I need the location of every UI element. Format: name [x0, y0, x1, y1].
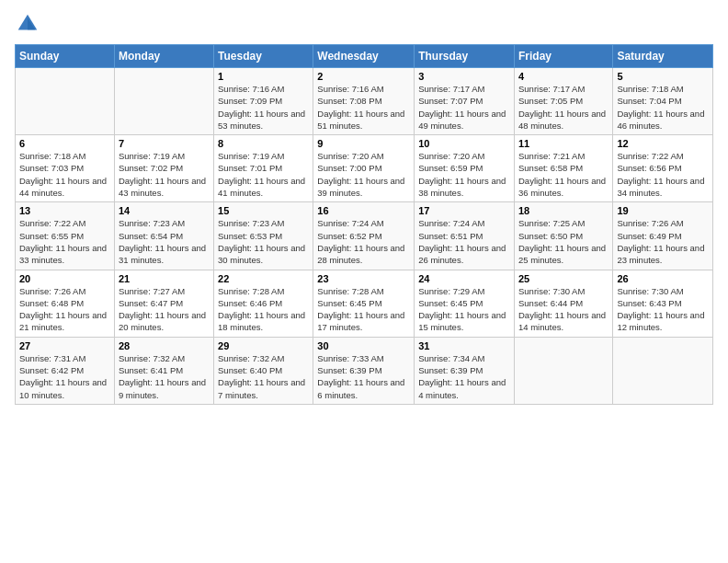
calendar-day-cell: 28Sunrise: 7:32 AMSunset: 6:41 PMDayligh…	[114, 337, 213, 404]
day-number: 16	[317, 205, 410, 216]
day-number: 22	[218, 273, 309, 284]
calendar-day-cell: 7Sunrise: 7:19 AMSunset: 7:02 PMDaylight…	[114, 135, 213, 202]
calendar-day-cell	[514, 337, 612, 404]
day-info: Sunrise: 7:30 AMSunset: 6:43 PMDaylight:…	[617, 285, 709, 334]
day-info: Sunrise: 7:24 AMSunset: 6:52 PMDaylight:…	[317, 217, 410, 266]
calendar-day-cell	[613, 337, 713, 404]
day-number: 27	[19, 340, 110, 351]
calendar-day-cell: 21Sunrise: 7:27 AMSunset: 6:47 PMDayligh…	[114, 270, 213, 337]
calendar-day-cell: 13Sunrise: 7:22 AMSunset: 6:55 PMDayligh…	[16, 202, 115, 270]
calendar-day-cell: 16Sunrise: 7:24 AMSunset: 6:52 PMDayligh…	[313, 202, 415, 270]
day-number: 21	[119, 273, 210, 284]
day-info: Sunrise: 7:23 AMSunset: 6:54 PMDaylight:…	[119, 217, 210, 266]
day-number: 5	[617, 71, 709, 82]
calendar-day-cell: 25Sunrise: 7:30 AMSunset: 6:44 PMDayligh…	[514, 270, 612, 337]
calendar-day-cell: 20Sunrise: 7:26 AMSunset: 6:48 PMDayligh…	[16, 270, 115, 337]
day-number: 4	[518, 71, 609, 82]
calendar-day-cell: 29Sunrise: 7:32 AMSunset: 6:40 PMDayligh…	[214, 337, 313, 404]
day-info: Sunrise: 7:32 AMSunset: 6:41 PMDaylight:…	[119, 352, 210, 401]
day-info: Sunrise: 7:17 AMSunset: 7:07 PMDaylight:…	[418, 83, 510, 132]
day-number: 12	[617, 138, 709, 149]
calendar-day-cell: 6Sunrise: 7:18 AMSunset: 7:03 PMDaylight…	[16, 135, 115, 202]
day-number: 7	[119, 138, 210, 149]
day-number: 29	[218, 340, 309, 351]
calendar-day-cell: 27Sunrise: 7:31 AMSunset: 6:42 PMDayligh…	[16, 337, 115, 404]
calendar-day-cell: 12Sunrise: 7:22 AMSunset: 6:56 PMDayligh…	[613, 135, 713, 202]
day-info: Sunrise: 7:23 AMSunset: 6:53 PMDaylight:…	[218, 217, 309, 266]
day-info: Sunrise: 7:21 AMSunset: 6:58 PMDaylight:…	[518, 150, 609, 199]
day-number: 14	[119, 205, 210, 216]
day-number: 24	[418, 273, 510, 284]
day-info: Sunrise: 7:29 AMSunset: 6:45 PMDaylight:…	[418, 285, 510, 334]
day-number: 25	[518, 273, 609, 284]
day-info: Sunrise: 7:26 AMSunset: 6:48 PMDaylight:…	[19, 285, 110, 334]
day-number: 15	[218, 205, 309, 216]
calendar-week-row: 6Sunrise: 7:18 AMSunset: 7:03 PMDaylight…	[16, 135, 713, 202]
calendar-day-cell: 22Sunrise: 7:28 AMSunset: 6:46 PMDayligh…	[214, 270, 313, 337]
calendar-day-cell: 30Sunrise: 7:33 AMSunset: 6:39 PMDayligh…	[313, 337, 415, 404]
calendar-day-cell: 9Sunrise: 7:20 AMSunset: 7:00 PMDaylight…	[313, 135, 415, 202]
calendar-week-row: 13Sunrise: 7:22 AMSunset: 6:55 PMDayligh…	[16, 202, 713, 270]
calendar-day-cell: 18Sunrise: 7:25 AMSunset: 6:50 PMDayligh…	[514, 202, 612, 270]
day-info: Sunrise: 7:19 AMSunset: 7:02 PMDaylight:…	[119, 150, 210, 199]
day-info: Sunrise: 7:16 AMSunset: 7:08 PMDaylight:…	[317, 83, 410, 132]
day-info: Sunrise: 7:30 AMSunset: 6:44 PMDaylight:…	[518, 285, 609, 334]
weekday-header: Friday	[514, 45, 612, 68]
calendar-day-cell: 11Sunrise: 7:21 AMSunset: 6:58 PMDayligh…	[514, 135, 612, 202]
calendar-day-cell: 14Sunrise: 7:23 AMSunset: 6:54 PMDayligh…	[114, 202, 213, 270]
calendar-day-cell: 31Sunrise: 7:34 AMSunset: 6:39 PMDayligh…	[415, 337, 515, 404]
day-number: 6	[19, 138, 110, 149]
day-number: 23	[317, 273, 410, 284]
day-number: 17	[418, 205, 510, 216]
day-number: 18	[518, 205, 609, 216]
day-info: Sunrise: 7:27 AMSunset: 6:47 PMDaylight:…	[119, 285, 210, 334]
day-number: 11	[518, 138, 609, 149]
calendar-day-cell: 10Sunrise: 7:20 AMSunset: 6:59 PMDayligh…	[415, 135, 515, 202]
day-info: Sunrise: 7:28 AMSunset: 6:46 PMDaylight:…	[218, 285, 309, 334]
day-number: 10	[418, 138, 510, 149]
day-info: Sunrise: 7:32 AMSunset: 6:40 PMDaylight:…	[218, 352, 309, 401]
page: SundayMondayTuesdayWednesdayThursdayFrid…	[0, 0, 728, 563]
day-info: Sunrise: 7:33 AMSunset: 6:39 PMDaylight:…	[317, 352, 410, 401]
calendar-day-cell: 15Sunrise: 7:23 AMSunset: 6:53 PMDayligh…	[214, 202, 313, 270]
day-info: Sunrise: 7:24 AMSunset: 6:51 PMDaylight:…	[418, 217, 510, 266]
day-info: Sunrise: 7:25 AMSunset: 6:50 PMDaylight:…	[518, 217, 609, 266]
weekday-header: Thursday	[415, 45, 515, 68]
day-number: 28	[119, 340, 210, 351]
weekday-header: Wednesday	[313, 45, 415, 68]
weekday-header: Sunday	[16, 45, 115, 68]
day-number: 26	[617, 273, 709, 284]
header	[15, 11, 713, 37]
calendar-day-cell: 1Sunrise: 7:16 AMSunset: 7:09 PMDaylight…	[214, 68, 313, 135]
day-info: Sunrise: 7:20 AMSunset: 6:59 PMDaylight:…	[418, 150, 510, 199]
calendar-week-row: 27Sunrise: 7:31 AMSunset: 6:42 PMDayligh…	[16, 337, 713, 404]
day-info: Sunrise: 7:18 AMSunset: 7:04 PMDaylight:…	[617, 83, 709, 132]
day-number: 3	[418, 71, 510, 82]
calendar-header-row: SundayMondayTuesdayWednesdayThursdayFrid…	[16, 45, 713, 68]
calendar-day-cell	[16, 68, 115, 135]
day-info: Sunrise: 7:22 AMSunset: 6:56 PMDaylight:…	[617, 150, 709, 199]
calendar-day-cell	[114, 68, 213, 135]
logo	[15, 11, 44, 37]
day-info: Sunrise: 7:17 AMSunset: 7:05 PMDaylight:…	[518, 83, 609, 132]
day-info: Sunrise: 7:26 AMSunset: 6:49 PMDaylight:…	[617, 217, 709, 266]
day-number: 9	[317, 138, 410, 149]
day-info: Sunrise: 7:31 AMSunset: 6:42 PMDaylight:…	[19, 352, 110, 401]
day-info: Sunrise: 7:20 AMSunset: 7:00 PMDaylight:…	[317, 150, 410, 199]
day-number: 13	[19, 205, 110, 216]
day-number: 20	[19, 273, 110, 284]
calendar-day-cell: 4Sunrise: 7:17 AMSunset: 7:05 PMDaylight…	[514, 68, 612, 135]
day-number: 2	[317, 71, 410, 82]
calendar-day-cell: 2Sunrise: 7:16 AMSunset: 7:08 PMDaylight…	[313, 68, 415, 135]
calendar-day-cell: 8Sunrise: 7:19 AMSunset: 7:01 PMDaylight…	[214, 135, 313, 202]
calendar: SundayMondayTuesdayWednesdayThursdayFrid…	[15, 44, 713, 405]
day-info: Sunrise: 7:19 AMSunset: 7:01 PMDaylight:…	[218, 150, 309, 199]
logo-icon	[15, 11, 40, 37]
day-info: Sunrise: 7:18 AMSunset: 7:03 PMDaylight:…	[19, 150, 110, 199]
day-number: 31	[418, 340, 510, 351]
calendar-day-cell: 24Sunrise: 7:29 AMSunset: 6:45 PMDayligh…	[415, 270, 515, 337]
weekday-header: Tuesday	[214, 45, 313, 68]
calendar-day-cell: 17Sunrise: 7:24 AMSunset: 6:51 PMDayligh…	[415, 202, 515, 270]
day-info: Sunrise: 7:28 AMSunset: 6:45 PMDaylight:…	[317, 285, 410, 334]
day-info: Sunrise: 7:16 AMSunset: 7:09 PMDaylight:…	[218, 83, 309, 132]
